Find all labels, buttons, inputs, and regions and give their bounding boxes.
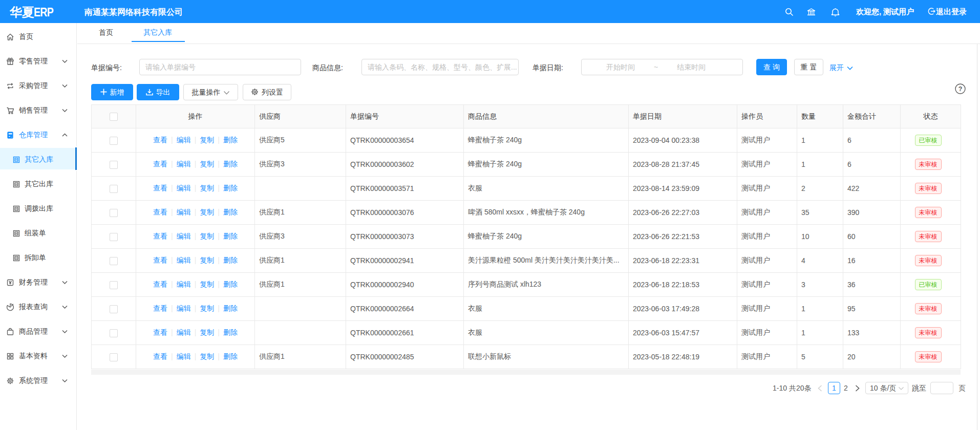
svg-text:?: ?: [958, 85, 963, 93]
